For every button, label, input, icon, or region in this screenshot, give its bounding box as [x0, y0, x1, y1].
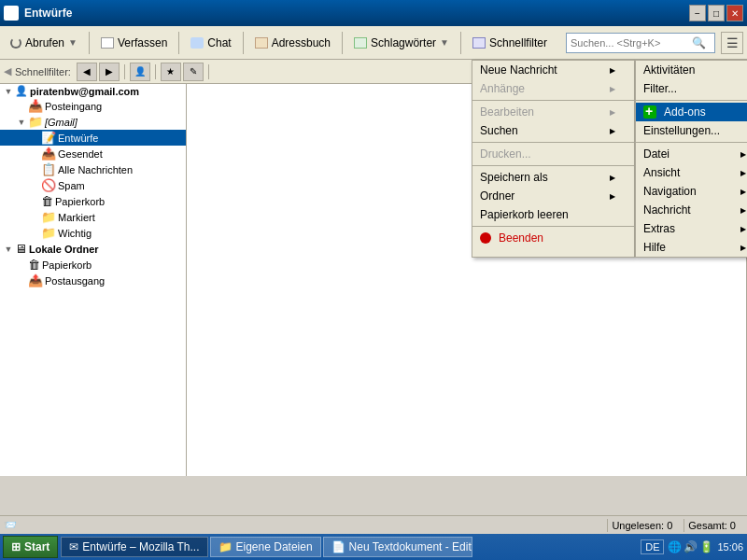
qf-back-icon[interactable]: ◀ [4, 65, 11, 77]
menu-datei[interactable]: Datei ▶ [636, 145, 747, 163]
menu-ordner[interactable]: Ordner ▶ [472, 187, 634, 205]
folder-markiert[interactable]: 📁 Markiert [0, 209, 186, 225]
filter-icon [472, 37, 486, 49]
abrufen-dropdown-icon[interactable]: ▼ [68, 37, 78, 48]
folder-lok-papierkorb[interactable]: 🗑 Papierkorb [0, 257, 186, 273]
menu-beenden[interactable]: Beenden [472, 229, 634, 247]
schnellfilter-button[interactable]: Schnellfilter [466, 30, 554, 56]
schlagwoerter-button[interactable]: Schlagwörter ▼ [347, 30, 456, 56]
toolbar-sep-1 [89, 32, 90, 54]
system-clock: 15:06 [717, 541, 743, 553]
qf-pencil-button[interactable]: ✎ [183, 63, 204, 81]
folder-gesendet[interactable]: 📤 Gesendet [0, 146, 186, 161]
stop-icon [480, 232, 491, 244]
app-icon [4, 6, 19, 21]
menu-einstellungen[interactable]: Einstellungen... [636, 121, 747, 140]
window-controls: − □ ✕ [689, 5, 743, 21]
menu-papierkorb-leeren[interactable]: Papierkorb leeren [472, 205, 634, 224]
speichern-arrow: ▶ [610, 174, 615, 182]
gmail-toggle[interactable]: ▼ [15, 118, 28, 127]
menu-sep-4 [472, 226, 634, 227]
folder-icon-spam: 🚫 [41, 178, 56, 192]
folder-alle[interactable]: 📋 Alle Nachrichten [0, 161, 186, 177]
menu-addons[interactable]: Add-ons [636, 103, 747, 121]
maximize-button[interactable]: □ [708, 5, 725, 21]
abrufen-label: Abrufen [25, 36, 64, 49]
qf-prev-button[interactable]: ◀ [77, 63, 97, 81]
lokale-toggle[interactable]: ▼ [2, 245, 15, 254]
menu-extras-label: Extras [643, 222, 675, 235]
markiert-label: Markiert [58, 212, 95, 223]
toolbar-sep-5 [460, 32, 461, 54]
folder-sidebar: ▼ 👤 piratenbw@gmail.com 📥 Posteingang ▼ … [0, 84, 187, 476]
adressbuch-button[interactable]: Adressbuch [248, 30, 337, 56]
folder-wichtig[interactable]: 📁 Wichtig [0, 225, 186, 241]
taskbar-item-thunderbird[interactable]: ✉ Entwürfe – Mozilla Th... [61, 537, 207, 557]
menu-neue-nachricht[interactable]: Neue Nachricht ▶ [472, 61, 634, 79]
menu-suchen[interactable]: Suchen ▶ [472, 121, 634, 140]
menu-ansicht[interactable]: Ansicht ▶ [636, 163, 747, 182]
menu-speichern[interactable]: Speichern als ▶ [472, 168, 634, 187]
menu-aktivitaeten[interactable]: Aktivitäten [636, 61, 747, 79]
close-button[interactable]: ✕ [726, 5, 743, 21]
folder-posteingang[interactable]: 📥 Posteingang [0, 98, 186, 114]
menu-navigation[interactable]: Navigation ▶ [636, 182, 747, 201]
navigation-arrow: ▶ [740, 188, 746, 196]
search-box[interactable]: 🔍 [566, 33, 715, 53]
taskbar: ⊞ Start ✉ Entwürfe – Mozilla Th... 📁 Eig… [0, 534, 747, 560]
verfassen-button[interactable]: Verfassen [94, 30, 174, 56]
minimize-button[interactable]: − [689, 5, 706, 21]
taskbar-item-eigene-dateien[interactable]: 📁 Eigene Dateien [210, 537, 321, 557]
left-context-menu: Neue Nachricht ▶ Anhänge ▶ Bearbeiten ▶ … [472, 60, 635, 258]
folder-icon-papierkorb: 🗑 [41, 194, 53, 208]
chat-button[interactable]: Chat [184, 30, 237, 56]
lok-papierkorb-label: Papierkorb [42, 259, 92, 271]
menu-hilfe[interactable]: Hilfe ▶ [636, 238, 747, 257]
hamburger-icon: ☰ [726, 35, 739, 50]
menu-nachricht[interactable]: Nachricht ▶ [636, 201, 747, 219]
qf-person-button[interactable]: 👤 [130, 63, 150, 81]
start-button[interactable]: ⊞ Start [3, 536, 58, 558]
menu-anhaenge: Anhänge ▶ [472, 79, 634, 98]
rmenu-sep-1 [636, 100, 747, 101]
folder-entwuerfe[interactable]: 📝 Entwürfe [0, 130, 186, 146]
anhaenge-arrow: ▶ [610, 85, 615, 93]
folder-postausgang[interactable]: 📤 Postausgang [0, 273, 186, 288]
qf-star-button[interactable]: ★ [161, 63, 181, 81]
search-input[interactable] [571, 37, 692, 49]
qf-next-button[interactable]: ▶ [99, 63, 120, 81]
toolbar-sep-4 [342, 32, 343, 54]
account-root[interactable]: ▼ 👤 piratenbw@gmail.com [0, 84, 186, 98]
language-badge: DE [641, 539, 664, 554]
hamburger-button[interactable]: ☰ [721, 32, 743, 54]
folder-lokale[interactable]: ▼ 🖥 Lokale Ordner [0, 241, 186, 257]
menu-sep-1 [472, 100, 634, 101]
menu-ansicht-label: Ansicht [643, 166, 680, 179]
taskbar-item-editor[interactable]: 📄 Neu Textdokument - Editor [323, 537, 472, 557]
start-label: Start [24, 540, 49, 553]
abrufen-button[interactable]: Abrufen ▼ [4, 30, 84, 56]
nachricht-arrow: ▶ [740, 206, 746, 215]
menu-nachricht-label: Nachricht [643, 203, 691, 217]
schlagwoerter-dropdown-icon[interactable]: ▼ [440, 37, 449, 48]
folder-icon-markiert: 📁 [41, 210, 56, 224]
gesamt-label: Gesamt: 0 [688, 520, 736, 531]
menu-navigation-label: Navigation [643, 185, 697, 198]
menu-bearbeiten-label: Bearbeiten [480, 105, 534, 119]
search-icon: 🔍 [692, 36, 706, 49]
menu-drucken: Drucken... [472, 145, 634, 163]
battery-icon: 🔋 [699, 540, 713, 553]
folder-papierkorb[interactable]: 🗑 Papierkorb [0, 193, 186, 209]
menu-papierkorb-leeren-label: Papierkorb leeren [480, 208, 569, 221]
main-toolbar: Abrufen ▼ Verfassen Chat Adressbuch Schl… [0, 26, 747, 60]
menu-sep-2 [472, 142, 634, 143]
folder-spam[interactable]: 🚫 Spam [0, 177, 186, 193]
menu-filter[interactable]: Filter... [636, 79, 747, 98]
account-toggle[interactable]: ▼ [2, 87, 15, 96]
gmail-label: [Gmail] [45, 117, 78, 128]
folder-gmail[interactable]: ▼ 📁 [Gmail] [0, 114, 186, 130]
menu-extras[interactable]: Extras ▶ [636, 219, 747, 238]
menu-suchen-label: Suchen [480, 124, 518, 137]
schlagwoerter-label: Schlagwörter [371, 36, 436, 49]
editor-icon: 📄 [331, 540, 345, 553]
